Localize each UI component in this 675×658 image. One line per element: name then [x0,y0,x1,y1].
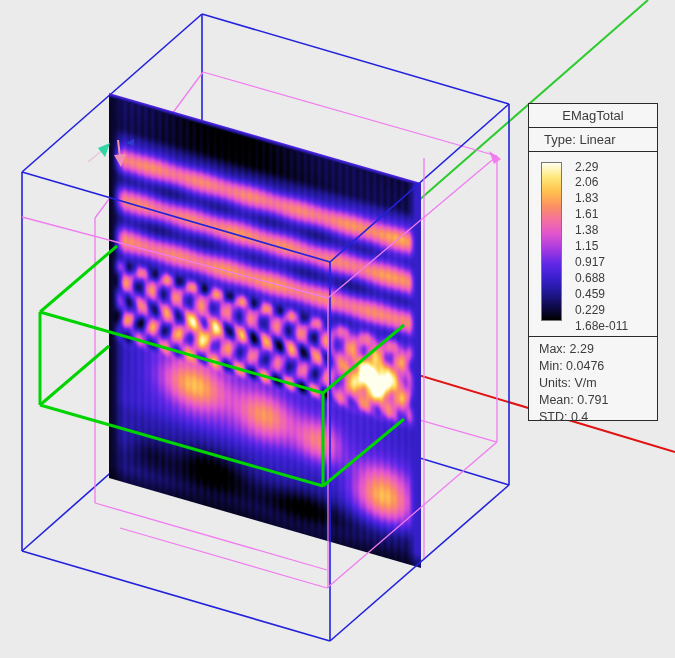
stat-line: Units: V/m [539,375,657,392]
field-legend-panel[interactable]: EMagTotal Type: Linear 2.292.061.831.611… [528,103,658,421]
inner-box-front-edges [22,151,501,588]
scale-value: 0.229 [575,302,605,318]
legend-color-scale: 2.292.061.831.611.381.150.9170.6880.4590… [529,152,657,337]
stat-line: Max: 2.29 [539,341,657,358]
stat-line: STD: 0.4 [539,409,657,426]
legend-statistics: Max: 2.29Min: 0.0476Units: V/mMean: 0.79… [529,337,657,425]
pink-arrow-shaft [118,140,120,157]
stat-line: Mean: 0.791 [539,392,657,409]
scale-value: 1.68e-011 [575,318,628,334]
cyan-arrow-icon [98,143,110,157]
scale-value: 0.688 [575,270,605,286]
pink-arrow-icon [114,154,126,167]
scale-value: 1.83 [575,190,598,206]
plane-orientation-arrows [88,139,134,167]
scale-value: 2.29 [575,159,598,175]
scale-value: 2.06 [575,174,598,190]
scale-value: 1.38 [575,222,598,238]
3d-model-viewport[interactable]: EMagTotal Type: Linear 2.292.061.831.611… [0,0,675,658]
legend-title: EMagTotal [529,104,657,128]
scale-value: 1.61 [575,206,598,222]
scale-value: 0.459 [575,286,605,302]
colorbar-gradient [541,162,562,321]
stat-line: Min: 0.0476 [539,358,657,375]
blue-arrow-icon [126,139,134,146]
scale-value: 1.15 [575,238,598,254]
legend-scale-type: Type: Linear [529,128,657,152]
scale-value: 0.917 [575,254,605,270]
